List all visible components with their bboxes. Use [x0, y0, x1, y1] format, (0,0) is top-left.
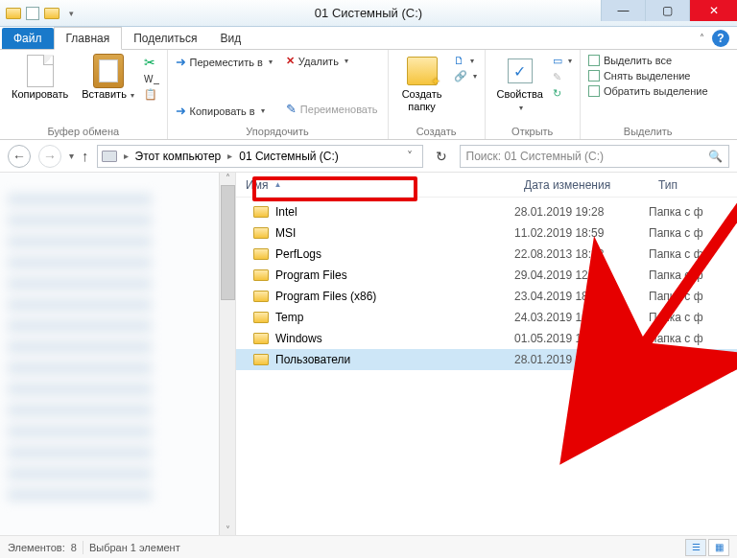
open-button[interactable]: ▭▾ [553, 54, 572, 68]
back-button[interactable]: ← [8, 145, 31, 168]
file-date: 29.04.2019 12:57 [514, 268, 649, 282]
folder-icon [253, 206, 269, 218]
file-type: Папка с ф [649, 290, 737, 303]
file-name: Program Files (x86) [275, 290, 376, 303]
file-type: Папка с ф [649, 311, 737, 324]
file-list-pane: Имя▲ Дата изменения Тип Intel28.01.2019 … [236, 173, 737, 535]
folder-icon[interactable] [44, 6, 59, 21]
table-row[interactable]: Program Files29.04.2019 12:57Папка с ф [236, 265, 737, 286]
details-view-button[interactable]: ☰ [685, 539, 706, 556]
tab-home[interactable]: Главная [54, 27, 123, 50]
table-row[interactable]: Пользователи28.01.2019 18:27Папка с ф [236, 349, 737, 370]
scroll-thumb[interactable] [221, 185, 235, 300]
chevron-right-icon[interactable]: ▸ [225, 151, 235, 161]
select-all-button[interactable]: Выделить все [588, 54, 708, 67]
tab-view[interactable]: Вид [208, 28, 252, 49]
copy-button[interactable]: Копировать [8, 54, 72, 103]
search-placeholder: Поиск: 01 Системный (C:) [466, 150, 605, 163]
group-clipboard: Копировать Вставить ▾ ✂ W⎯ 📋 Буфер обмен… [0, 50, 168, 139]
copy-path-button[interactable]: W⎯ [144, 73, 158, 85]
edit-button: ✎ [553, 70, 572, 84]
paste-label: Вставить [82, 88, 127, 100]
file-date: 23.04.2019 18:22 [514, 290, 649, 303]
file-type: Папка с ф [649, 332, 737, 345]
search-input[interactable]: Поиск: 01 Системный (C:) 🔍 [460, 145, 730, 168]
nav-scrollbar[interactable]: ˄ ˅ [219, 173, 235, 535]
ribbon-tabs: Файл Главная Поделиться Вид ˄ ? [0, 27, 737, 50]
copy-to-button[interactable]: ➜Копировать в▾ [176, 103, 273, 119]
table-row[interactable]: Intel28.01.2019 19:28Папка с ф [236, 201, 737, 222]
group-select: Выделить все Снять выделение Обратить вы… [581, 50, 716, 139]
collapse-ribbon-icon[interactable]: ˄ [700, 33, 704, 43]
scissors-icon: ✂ [144, 55, 155, 70]
sort-asc-icon: ▲ [273, 180, 281, 189]
new-item-button[interactable]: 🗋▾ [454, 54, 477, 67]
tab-share[interactable]: Поделиться [122, 28, 208, 49]
breadcrumb-location[interactable]: 01 Системный (C:) [239, 150, 339, 163]
file-name: PerfLogs [275, 247, 321, 261]
navigation-pane[interactable]: ˄ ˅ [0, 173, 236, 535]
table-row[interactable]: PerfLogs22.08.2013 18:22Папка с ф [236, 244, 737, 265]
cut-button[interactable]: ✂ [144, 54, 158, 71]
file-name: Program Files [275, 268, 347, 282]
delete-button[interactable]: ✕Удалить▾ [286, 54, 378, 68]
history-button: ↻ [553, 86, 572, 101]
qat-dropdown-icon[interactable]: ▾ [63, 6, 79, 21]
move-to-button[interactable]: ➜Переместить в▾ [176, 54, 273, 70]
recent-locations-icon[interactable]: ▾ [69, 151, 74, 161]
file-name: MSI [275, 226, 296, 240]
column-name[interactable]: Имя▲ [236, 178, 514, 192]
table-row[interactable]: Temp24.03.2019 15:53Папка с ф [236, 307, 737, 328]
paste-shortcut-button[interactable]: 📋 [144, 87, 158, 102]
easy-access-button: 🔗▾ [454, 69, 477, 83]
status-bar: Элементов: 8 Выбран 1 элемент ☰ ▦ [0, 535, 737, 558]
minimize-button[interactable]: — [601, 0, 645, 21]
table-row[interactable]: Program Files (x86)23.04.2019 18:22Папка… [236, 286, 737, 307]
window-controls: — ▢ ✕ [601, 0, 737, 21]
file-date: 22.08.2013 18:22 [514, 247, 649, 261]
invert-selection-button[interactable]: Обратить выделение [588, 84, 708, 98]
paste-button[interactable]: Вставить ▾ [78, 54, 138, 103]
file-name: Windows [275, 332, 322, 345]
maximize-button[interactable]: ▢ [645, 0, 689, 21]
close-button[interactable]: ✕ [689, 0, 737, 21]
chevron-right-icon[interactable]: ▸ [121, 151, 131, 161]
table-row[interactable]: Windows01.05.2019 14:05Папка с ф [236, 328, 737, 349]
group-organize-label: Упорядочить [176, 124, 380, 137]
file-date: 01.05.2019 14:05 [514, 332, 649, 345]
file-date: 11.02.2019 18:59 [514, 226, 649, 240]
help-icon[interactable]: ? [712, 30, 729, 47]
status-elements-count: 8 [71, 542, 77, 553]
view-switcher: ☰ ▦ [685, 539, 729, 556]
folder-icon [253, 354, 269, 365]
new-folder-button[interactable]: Создать папку [396, 54, 448, 114]
folder-icon [253, 269, 269, 281]
titlebar: ▾ 01 Системный (C:) — ▢ ✕ [0, 0, 737, 27]
breadcrumb[interactable]: ▸ Этот компьютер ▸ 01 Системный (C:) ˅ [97, 145, 423, 168]
folder-icon [253, 312, 269, 323]
select-none-button[interactable]: Снять выделение [588, 69, 708, 82]
copy-icon[interactable] [25, 6, 40, 21]
delete-icon: ✕ [286, 55, 295, 67]
breadcrumb-this-pc[interactable]: Этот компьютер [135, 150, 222, 163]
properties-button[interactable]: Свойства▾ [493, 54, 547, 114]
file-type: Папка с ф [649, 226, 737, 240]
folder-icon [253, 248, 269, 260]
tab-file[interactable]: Файл [2, 28, 54, 49]
column-date[interactable]: Дата изменения [514, 178, 649, 192]
address-dropdown-icon[interactable]: ˅ [401, 150, 418, 163]
copy-to-icon: ➜ [176, 104, 186, 118]
table-row[interactable]: MSI11.02.2019 18:59Папка с ф [236, 222, 737, 244]
icons-view-button[interactable]: ▦ [708, 539, 729, 556]
group-clipboard-label: Буфер обмена [8, 124, 159, 137]
status-elements-label: Элементов: [8, 542, 65, 553]
new-folder-icon [407, 57, 438, 85]
refresh-button[interactable]: ↻ [431, 145, 452, 168]
column-type[interactable]: Тип [649, 178, 737, 192]
forward-button[interactable]: → [38, 145, 61, 168]
status-selection: Выбран 1 элемент [89, 542, 180, 553]
group-open-label: Открыть [493, 124, 572, 137]
file-rows: Intel28.01.2019 19:28Папка с фMSI11.02.2… [236, 198, 737, 370]
folder-icon [253, 227, 269, 239]
up-button[interactable]: ↑ [82, 148, 89, 164]
